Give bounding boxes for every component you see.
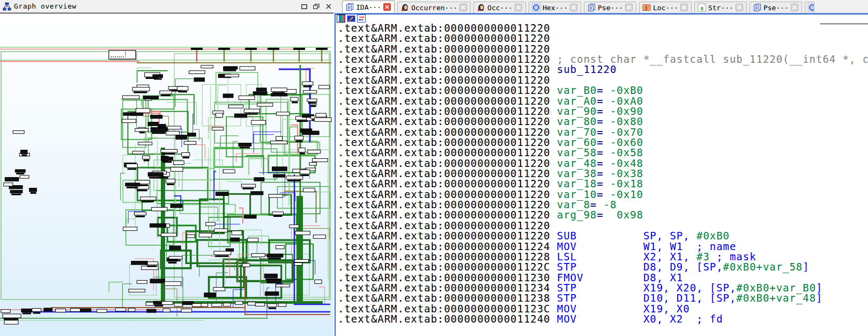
location-tag-icon: B [642, 3, 651, 12]
disassembly-panel: IDA···Occurren···Occ···Hex···Pse···BLoc·… [335, 0, 868, 336]
ada-face-icon [477, 3, 485, 12]
listing-line[interactable]: .text&ARM.extab:0000000000011240 MOV X0,… [338, 314, 868, 324]
tab-label: Str··· [708, 4, 733, 12]
tab-close-button[interactable] [791, 4, 798, 11]
tab-close-button[interactable] [459, 4, 467, 11]
token: arg_98 [550, 209, 597, 221]
tab-close-button[interactable] [383, 3, 391, 11]
tab-close-button[interactable] [570, 4, 577, 11]
tab-hex-3[interactable]: Hex··· [529, 2, 581, 13]
document-copy-icon [345, 3, 354, 11]
tab-label: Loc··· [653, 4, 678, 12]
svg-text:s: s [700, 5, 704, 12]
tab-close-button[interactable] [625, 4, 633, 11]
token: ] [803, 261, 809, 273]
restore-button[interactable] [311, 2, 321, 11]
tab-str-6[interactable]: ''sStr··· [694, 2, 747, 13]
graph-overview-titlebar: Graph overview [0, 0, 335, 13]
graph-overview-canvas[interactable] [0, 13, 333, 336]
tab-close-button[interactable] [515, 4, 522, 11]
token: ] [816, 292, 822, 304]
ida-workspace: Graph overview [0, 0, 868, 336]
tab-ida-0[interactable]: IDA··· [342, 1, 395, 13]
tab-label: Pse··· [598, 4, 623, 12]
tab-label: Occ··· [487, 4, 513, 12]
tab-pse-7[interactable]: Pse··· [750, 2, 802, 13]
token: ; fd [683, 313, 723, 325]
edit-pencil-icon[interactable] [347, 14, 355, 23]
tab-occurren-1[interactable]: Occurren··· [397, 2, 471, 13]
window-title: Graph overview [14, 2, 77, 10]
token: .text&ARM.extab:0000000000011240 [338, 313, 550, 325]
token: #0xB0+var_48 [736, 292, 816, 304]
listing-toolbar [337, 14, 366, 23]
tab-label: IDA··· [356, 3, 381, 11]
token: MOV [550, 313, 577, 325]
token: = [597, 209, 603, 221]
tab-pse-4[interactable]: Pse··· [584, 2, 636, 13]
tab-close-button[interactable] [680, 4, 688, 11]
document-copy-icon [587, 3, 596, 12]
listing-container: .text&ARM.extab:0000000000011220.text&AR… [335, 14, 868, 336]
token: 0x98 [604, 209, 643, 221]
maximize-button[interactable] [299, 2, 309, 11]
svg-text:': ' [703, 4, 706, 8]
hex-ring-icon [532, 3, 540, 12]
token: sub_11220 [550, 63, 617, 75]
tab-close-button[interactable] [736, 4, 743, 11]
tab-loc-5[interactable]: BLoc··· [639, 2, 692, 13]
token [577, 313, 643, 325]
tab-partial-8[interactable] [805, 2, 814, 13]
viewport-rect[interactable] [109, 50, 137, 61]
tab-label: Pse··· [763, 4, 789, 12]
palette-icon[interactable] [337, 14, 345, 23]
token: #0xB0+var_58 [723, 261, 803, 273]
hex-ring-icon [808, 3, 814, 12]
tab-label: Occurren··· [411, 4, 457, 12]
svg-text:B: B [644, 5, 648, 11]
flowchart-icon [3, 2, 11, 11]
tab-label: Hex··· [543, 4, 568, 12]
ada-face-icon [400, 3, 409, 12]
tab-bar: IDA···Occurren···Occ···Hex···Pse···BLoc·… [335, 0, 868, 13]
graph-overview-window: Graph overview [0, 0, 335, 336]
close-button[interactable] [324, 2, 333, 11]
graph-overview-minimap [0, 13, 333, 336]
token: X0, X2 [643, 313, 683, 325]
document-copy-icon [753, 3, 761, 12]
string-s-icon: ''s [698, 3, 706, 12]
tab-occ-2[interactable]: Occ··· [473, 2, 526, 13]
disassembly-listing[interactable]: .text&ARM.extab:0000000000011220.text&AR… [336, 23, 868, 336]
jump-lines-icon[interactable] [357, 14, 366, 23]
